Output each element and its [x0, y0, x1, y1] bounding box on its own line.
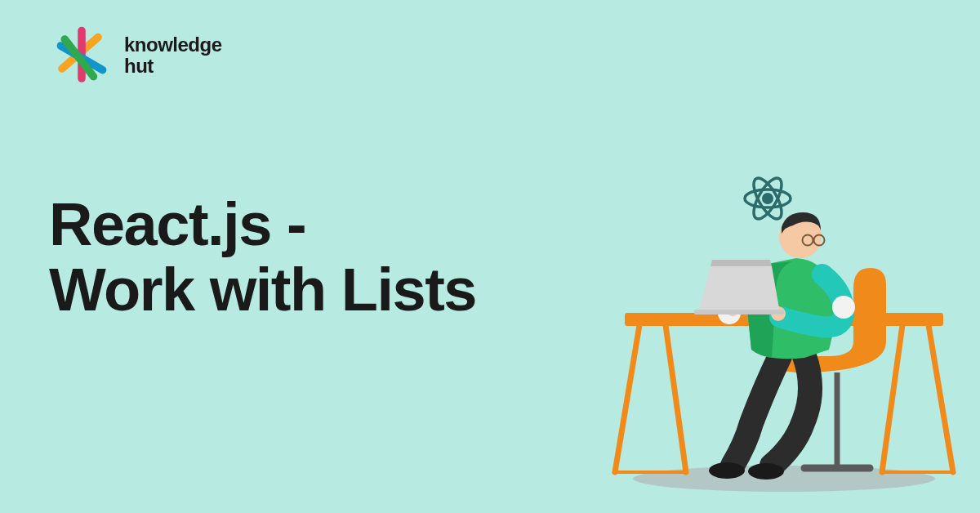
- headline-line-2: Work with Lists: [49, 257, 476, 323]
- svg-point-7: [748, 463, 784, 480]
- svg-point-6: [709, 462, 745, 479]
- brand-name: knowledge hut: [124, 34, 222, 78]
- headline-line-1: React.js -: [49, 192, 476, 257]
- brand-line-2: hut: [124, 56, 222, 77]
- react-logo-icon: [745, 174, 791, 222]
- svg-point-9: [832, 296, 855, 319]
- svg-point-1: [762, 193, 773, 204]
- brand-line-1: knowledge: [124, 34, 222, 56]
- logo-asterisk-icon: [49, 23, 114, 88]
- developer-illustration: [608, 145, 960, 497]
- brand-logo: knowledge hut: [49, 23, 222, 88]
- svg-rect-15: [694, 310, 784, 314]
- page-headline: React.js - Work with Lists: [49, 192, 476, 323]
